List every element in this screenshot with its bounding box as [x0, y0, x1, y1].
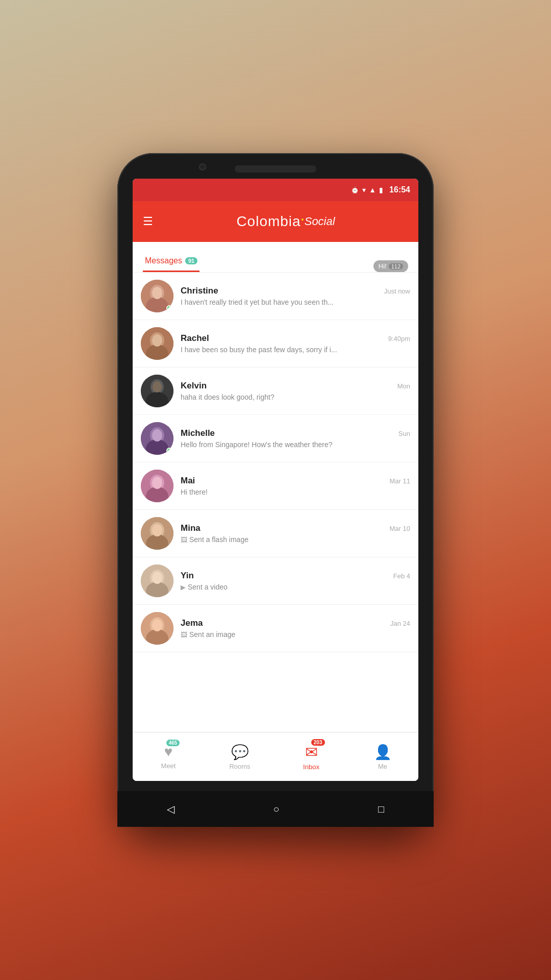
inbox-badge: 203 — [311, 739, 325, 746]
message-item-rachel[interactable]: Rachel 9:40pm I have been so busy the pa… — [133, 320, 418, 368]
message-preview-jema: 🖼 Sent an image — [181, 630, 410, 639]
phone-screen: ⏰ ▾ ▲ ▮ 16:54 ☰ Colombia● Social Message… — [133, 179, 418, 781]
phone-nav-bar: ◁ ○ □ — [117, 791, 434, 827]
logo-dot: ● — [301, 216, 305, 222]
message-item-kelvin[interactable]: Kelvin Mon haha it does look good, right… — [133, 368, 418, 415]
tab-messages[interactable]: Messages 91 — [143, 251, 199, 272]
message-preview-kelvin: haha it does look good, right? — [181, 393, 410, 401]
tab-hi-button[interactable]: Hi! 112 — [373, 260, 408, 272]
status-icons: ⏰ ▾ ▲ ▮ 16:54 — [350, 185, 410, 194]
tab-messages-label: Messages — [145, 256, 182, 265]
message-item-jema[interactable]: Jema Jan 24 🖼 Sent an image — [133, 605, 418, 652]
nav-rooms[interactable]: 💬 Rooms — [214, 744, 265, 770]
avatar-michelle — [141, 422, 173, 455]
sender-name-christine: Christine — [181, 286, 218, 296]
message-preview-yin: ▶ Sent a video — [181, 583, 410, 591]
back-button[interactable]: ◁ — [167, 803, 174, 815]
image-media-icon-jema: 🖼 — [181, 631, 187, 639]
avatar-mina — [141, 517, 173, 550]
sender-name-kelvin: Kelvin — [181, 381, 207, 391]
message-time-mai: Mar 11 — [390, 477, 410, 485]
avatar-yin — [141, 565, 173, 597]
hamburger-menu[interactable]: ☰ — [143, 215, 153, 228]
message-time-yin: Feb 4 — [393, 572, 410, 580]
message-time-christine: Just now — [384, 287, 410, 295]
chat-icon: 💬 — [231, 744, 249, 760]
svg-point-7 — [152, 334, 162, 347]
bottom-nav: ♥ 465 Meet 💬 Rooms ✉ 203 Inbox — [133, 732, 418, 781]
sender-name-mina: Mina — [181, 523, 201, 533]
messages-list: Christine Just now I haven't really trie… — [133, 273, 418, 732]
tab-messages-badge: 91 — [185, 257, 197, 264]
avatar-mai — [141, 470, 173, 502]
sender-name-michelle: Michelle — [181, 428, 215, 438]
message-content-jema: Jema Jan 24 🖼 Sent an image — [181, 618, 410, 639]
inbox-icon: ✉ — [305, 744, 318, 761]
message-time-michelle: Sun — [398, 430, 410, 437]
recent-button[interactable]: □ — [378, 803, 384, 815]
message-item-mai[interactable]: Mai Mar 11 Hi there! — [133, 462, 418, 510]
person-icon: 👤 — [374, 744, 392, 760]
signal-icon: ▲ — [369, 186, 376, 194]
message-item-mina[interactable]: Mina Mar 10 🖼 Sent a flash image — [133, 510, 418, 557]
message-preview-christine: I haven't really tried it yet but have y… — [181, 298, 410, 306]
message-preview-rachel: I have been so busy the past few days, s… — [181, 346, 410, 354]
svg-point-15 — [152, 429, 162, 442]
sender-name-mai: Mai — [181, 476, 195, 486]
message-time-rachel: 9:40pm — [388, 335, 410, 342]
message-content-michelle: Michelle Sun Hello from Singapore! How's… — [181, 428, 410, 449]
nav-meet-label: Meet — [161, 762, 176, 770]
message-content-yin: Yin Feb 4 ▶ Sent a video — [181, 571, 410, 591]
svg-point-27 — [152, 572, 162, 584]
message-content-mai: Mai Mar 11 Hi there! — [181, 476, 410, 496]
image-media-icon-mina: 🖼 — [181, 536, 187, 544]
nav-meet[interactable]: ♥ 465 Meet — [143, 744, 194, 770]
message-item-yin[interactable]: Yin Feb 4 ▶ Sent a video — [133, 557, 418, 605]
message-item-michelle[interactable]: Michelle Sun Hello from Singapore! How's… — [133, 415, 418, 462]
video-media-icon-yin: ▶ — [181, 583, 186, 591]
phone-speaker — [235, 165, 316, 173]
tab-bar: Messages 91 Hi! 112 — [133, 242, 418, 273]
tab-hi-badge-count: 112 — [389, 263, 403, 270]
message-time-kelvin: Mon — [397, 382, 410, 390]
avatar-jema — [141, 612, 173, 645]
message-preview-mai: Hi there! — [181, 488, 410, 496]
message-item-christine[interactable]: Christine Just now I haven't really trie… — [133, 273, 418, 320]
message-content-mina: Mina Mar 10 🖼 Sent a flash image — [181, 523, 410, 544]
svg-point-31 — [152, 619, 162, 631]
nav-inbox[interactable]: ✉ 203 Inbox — [286, 743, 337, 771]
message-content-kelvin: Kelvin Mon haha it does look good, right… — [181, 381, 410, 401]
message-content-christine: Christine Just now I haven't really trie… — [181, 286, 410, 306]
message-preview-michelle: Hello from Singapore! How's the weather … — [181, 440, 410, 449]
nav-me[interactable]: 👤 Me — [357, 744, 408, 770]
sender-name-rachel: Rachel — [181, 333, 209, 344]
wifi-icon: ▾ — [362, 186, 366, 194]
message-time-mina: Mar 10 — [390, 525, 410, 532]
online-indicator-michelle — [166, 448, 172, 454]
avatar-christine — [141, 280, 173, 312]
meet-badge: 465 — [166, 740, 180, 746]
phone-device: ⏰ ▾ ▲ ▮ 16:54 ☰ Colombia● Social Message… — [117, 153, 434, 827]
svg-point-23 — [152, 524, 162, 536]
nav-inbox-label: Inbox — [303, 763, 319, 771]
home-button[interactable]: ○ — [273, 803, 279, 815]
sender-name-yin: Yin — [181, 571, 194, 581]
app-tagline: Social — [305, 215, 335, 228]
nav-me-label: Me — [378, 763, 387, 770]
sender-name-jema: Jema — [181, 618, 203, 628]
avatar-kelvin — [141, 375, 173, 407]
battery-icon: ▮ — [379, 186, 383, 194]
avatar-rachel — [141, 327, 173, 360]
svg-point-19 — [152, 477, 162, 489]
nav-rooms-label: Rooms — [229, 763, 250, 770]
tab-hi-label: Hi! — [379, 262, 387, 270]
app-logo: Colombia● Social — [163, 213, 408, 230]
phone-camera — [199, 163, 206, 170]
app-name: Colombia● — [236, 213, 304, 230]
svg-point-3 — [152, 287, 162, 299]
message-preview-mina: 🖼 Sent a flash image — [181, 535, 410, 544]
alarm-icon: ⏰ — [350, 186, 359, 194]
app-bar: ☰ Colombia● Social — [133, 201, 418, 242]
message-content-rachel: Rachel 9:40pm I have been so busy the pa… — [181, 333, 410, 354]
online-indicator-christine — [166, 305, 172, 311]
